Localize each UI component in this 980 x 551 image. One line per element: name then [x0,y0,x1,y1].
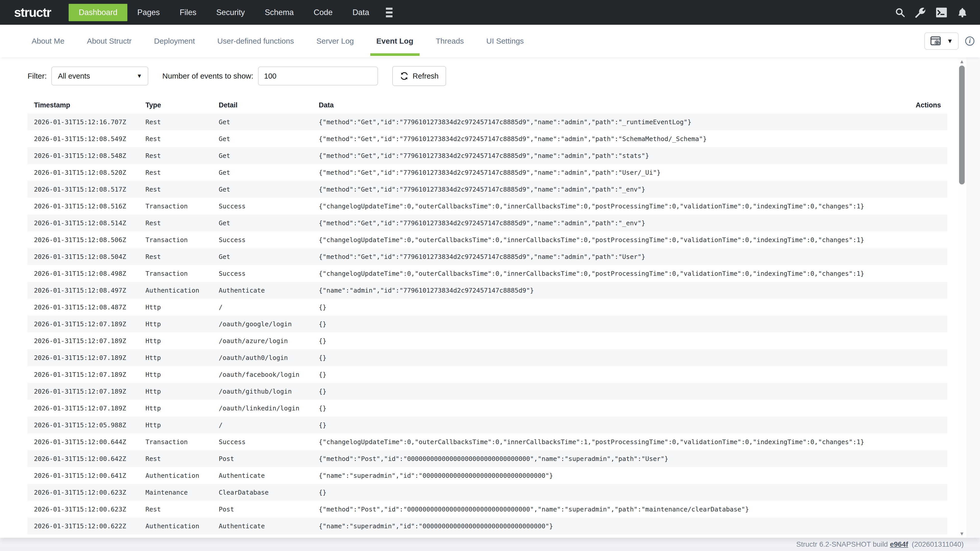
table-row: 2026-01-31T15:12:07.189ZHttp/oauth/auth0… [27,349,947,366]
nav-item-dashboard[interactable]: Dashboard [68,4,127,21]
nav-item-schema[interactable]: Schema [255,4,304,21]
event-log-panel: Filter: All events ▼ Number of events to… [0,57,980,538]
cell-data: {} [319,303,941,311]
col-header-data: Data [319,101,916,109]
cell-type: Rest [145,253,219,260]
wrench-icon[interactable] [915,7,926,18]
cell-type: Authentication [145,287,219,294]
cell-detail: /oauth/azure/login [219,337,319,345]
cell-type: Rest [145,186,219,193]
table-row: 2026-01-31T15:12:07.189ZHttp/oauth/faceb… [27,366,947,383]
more-menu-icon[interactable] [386,8,393,17]
cell-timestamp: 2026-01-31T15:12:08.548Z [34,152,145,159]
cell-detail: /oauth/github/login [219,388,319,395]
cell-data: {"changelogUpdateTime":0,"outerCallbacks… [319,270,941,277]
cell-type: Http [145,405,219,412]
table-row: 2026-01-31T15:12:00.623ZMaintenanceClear… [27,484,947,501]
table-row: 2026-01-31T15:12:08.548ZRestGet{"method"… [27,147,947,164]
table-row: 2026-01-31T15:12:00.644ZTransactionSucce… [27,433,947,450]
cell-data: {"method":"Get","id":"7796101273834d2c97… [319,152,941,159]
cell-data: {"method":"Get","id":"7796101273834d2c97… [319,135,941,143]
col-header-timestamp: Timestamp [34,101,145,109]
tab-threads[interactable]: Threads [425,25,475,57]
nav-item-data[interactable]: Data [342,4,379,21]
layout-config-button[interactable]: ▼ [924,32,959,50]
cell-type: Transaction [145,270,219,277]
cell-timestamp: 2026-01-31T15:12:08.497Z [34,287,145,294]
nav-item-files[interactable]: Files [170,4,206,21]
cell-detail: Post [219,506,319,513]
cell-type: Rest [145,118,219,126]
cell-type: Rest [145,455,219,462]
table-row: 2026-01-31T15:12:00.642ZRestPost{"method… [27,450,947,467]
table-row: 2026-01-31T15:12:08.487ZHttp/{} [27,299,947,316]
cell-data: {} [319,421,941,429]
cell-data: {"method":"Get","id":"7796101273834d2c97… [319,253,941,260]
cell-type: Http [145,337,219,345]
table-row: 2026-01-31T15:12:08.549ZRestGet{"method"… [27,130,947,147]
cell-detail: Authenticate [219,287,319,294]
info-icon[interactable]: i [965,37,974,46]
nav-item-code[interactable]: Code [304,4,342,21]
tab-about-structr[interactable]: About Structr [76,25,143,57]
cell-data: {} [319,354,941,362]
cell-detail: Get [219,253,319,260]
cell-data: {"method":"Get","id":"7796101273834d2c97… [319,169,941,176]
cell-data: {} [319,405,941,412]
cell-timestamp: 2026-01-31T15:12:07.189Z [34,405,145,412]
cell-detail: Authenticate [219,522,319,530]
cell-detail: /oauth/facebook/login [219,371,319,378]
cell-detail: Get [219,186,319,193]
event-log-toolbar: Filter: All events ▼ Number of events to… [27,67,980,86]
cell-type: Http [145,388,219,395]
structr-logo: structr [14,5,51,20]
tab-deployment[interactable]: Deployment [143,25,206,57]
table-row: 2026-01-31T15:12:08.497ZAuthenticationAu… [27,282,947,299]
build-link[interactable]: e964f [890,540,908,548]
cell-timestamp: 2026-01-31T15:12:07.189Z [34,354,145,362]
cell-type: Maintenance [145,489,219,496]
version-footer: Structr 6.2-SNAPSHOT build e964f (202601… [0,538,980,551]
refresh-button[interactable]: Refresh [392,66,446,86]
cell-type: Http [145,421,219,429]
cell-detail: Success [219,203,319,210]
cell-timestamp: 2026-01-31T15:12:07.189Z [34,388,145,395]
cell-timestamp: 2026-01-31T15:12:00.644Z [34,438,145,446]
col-header-actions: Actions [916,101,941,109]
cell-type: Rest [145,219,219,227]
cell-timestamp: 2026-01-31T15:12:08.487Z [34,303,145,311]
col-header-type: Type [145,101,219,109]
cell-type: Transaction [145,236,219,244]
event-filter-select[interactable]: All events ▼ [51,67,148,86]
search-icon[interactable] [895,7,905,18]
cell-data: {} [319,337,941,345]
nav-item-pages[interactable]: Pages [127,4,170,21]
main-nav: DashboardPagesFilesSecuritySchemaCodeDat… [68,4,379,21]
tab-event-log[interactable]: Event Log [365,25,425,57]
table-row: 2026-01-31T15:12:05.988ZHttp/{} [27,416,947,433]
tab-about-me[interactable]: About Me [21,25,76,57]
tab-ui-settings[interactable]: UI Settings [475,25,535,57]
cell-detail: /oauth/auth0/login [219,354,319,362]
tab-list: About MeAbout StructrDeploymentUser-defi… [21,25,535,57]
scrollbar-thumb[interactable] [959,65,965,184]
scroll-up-icon[interactable]: ▲ [958,59,966,64]
bell-icon[interactable] [957,7,968,18]
cell-detail: / [219,303,319,311]
vertical-scrollbar[interactable]: ▲ ▼ [958,58,966,537]
scroll-down-icon[interactable]: ▼ [958,531,966,536]
right-gutter [966,57,980,538]
event-count-input[interactable] [258,67,378,86]
cell-type: Transaction [145,203,219,210]
cell-detail: Get [219,118,319,126]
cell-detail: Get [219,135,319,143]
cell-timestamp: 2026-01-31T15:12:00.623Z [34,506,145,513]
cell-data: {"changelogUpdateTime":0,"outerCallbacks… [319,438,941,446]
tab-user-defined-functions[interactable]: User-defined functions [206,25,305,57]
terminal-icon[interactable] [935,7,947,18]
table-row: 2026-01-31T15:12:00.641ZAuthenticationAu… [27,467,947,484]
cell-data: {"changelogUpdateTime":0,"outerCallbacks… [319,203,941,210]
tab-server-log[interactable]: Server Log [305,25,365,57]
cell-timestamp: 2026-01-31T15:12:00.642Z [34,455,145,462]
nav-item-security[interactable]: Security [206,4,255,21]
